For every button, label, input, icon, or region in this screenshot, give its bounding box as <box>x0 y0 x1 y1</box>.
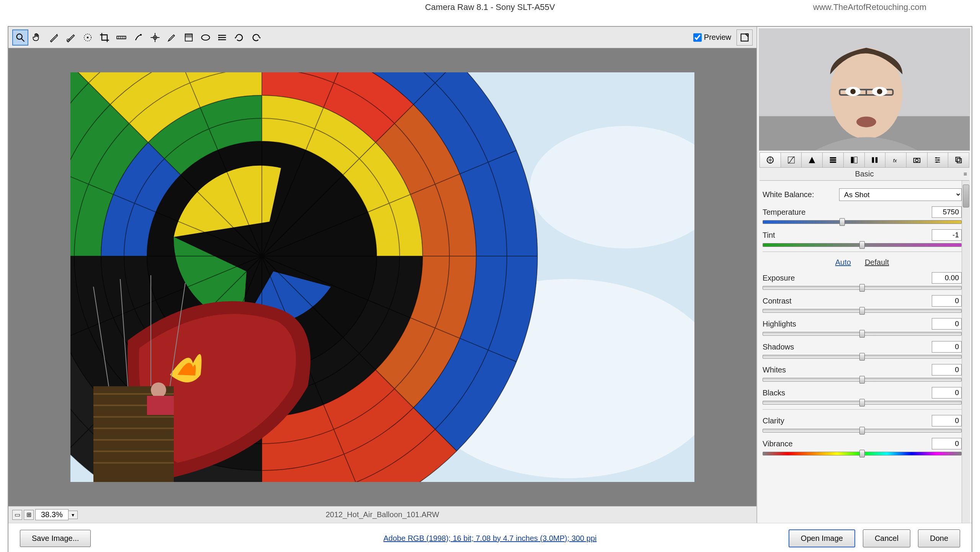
tab-lens-corrections-icon[interactable] <box>865 153 886 167</box>
red-eye-tool-icon[interactable] <box>147 29 163 46</box>
highlights-label: Highlights <box>763 320 796 328</box>
open-image-button[interactable]: Open Image <box>789 529 855 547</box>
contrast-label: Contrast <box>763 297 792 305</box>
save-image-button[interactable]: Save Image... <box>20 530 91 547</box>
workflow-options-link[interactable]: Adobe RGB (1998); 16 bit; 7.08 by 4.7 in… <box>384 534 597 543</box>
vibrance-slider[interactable]: Vibrance <box>763 438 962 456</box>
tab-tone-curve-icon[interactable] <box>781 153 802 167</box>
tint-slider[interactable]: Tint <box>763 229 962 247</box>
highlights-slider[interactable]: Highlights <box>763 318 962 336</box>
svg-point-23 <box>218 39 220 41</box>
svg-point-2 <box>57 34 57 34</box>
svg-rect-74 <box>830 159 836 161</box>
panel-menu-icon[interactable]: ≡ <box>964 171 967 178</box>
white-balance-tool-icon[interactable] <box>46 29 62 46</box>
panel-scrollbar[interactable] <box>962 181 970 523</box>
svg-line-1 <box>22 39 24 41</box>
crop-tool-icon[interactable] <box>96 29 113 46</box>
exposure-slider[interactable]: Exposure <box>763 272 962 290</box>
app-frame: Preview <box>8 26 972 552</box>
svg-point-55 <box>151 382 166 398</box>
shadows-input[interactable] <box>932 341 962 353</box>
preview-checkbox[interactable]: Preview <box>693 33 731 42</box>
spot-removal-tool-icon[interactable] <box>130 29 146 46</box>
fullscreen-toggle-icon[interactable] <box>737 29 753 46</box>
vibrance-label: Vibrance <box>763 439 793 448</box>
rotate-ccw-icon[interactable] <box>231 29 247 46</box>
svg-rect-78 <box>872 157 874 163</box>
svg-rect-90 <box>957 158 962 163</box>
contrast-slider[interactable]: Contrast <box>763 295 962 313</box>
zoom-dropdown-icon[interactable]: ▾ <box>69 511 78 519</box>
panel-title: Basic <box>855 170 874 178</box>
whites-label: Whites <box>763 366 786 374</box>
whites-input[interactable] <box>932 364 962 376</box>
auto-link[interactable]: Auto <box>835 258 851 267</box>
image-preview-area[interactable] <box>8 48 756 506</box>
adjustment-brush-tool-icon[interactable] <box>164 29 180 46</box>
shadows-label: Shadows <box>763 343 794 351</box>
white-balance-select[interactable]: As Shot <box>839 188 962 201</box>
shadows-slider[interactable]: Shadows <box>763 341 962 359</box>
exposure-input[interactable] <box>932 272 962 284</box>
targeted-adjustment-tool-icon[interactable] <box>80 29 96 46</box>
zoom-tool-icon[interactable] <box>12 29 28 46</box>
graduated-filter-tool-icon[interactable] <box>181 29 197 46</box>
tint-input[interactable] <box>932 229 962 241</box>
svg-rect-79 <box>875 157 878 163</box>
zoom-out-button[interactable]: ▭ <box>12 510 22 520</box>
tab-effects-icon[interactable]: fx <box>885 153 906 167</box>
svg-point-5 <box>87 36 89 38</box>
temperature-slider[interactable]: Temperature <box>763 206 962 224</box>
tab-presets-icon[interactable] <box>928 153 949 167</box>
done-button[interactable]: Done <box>918 529 960 547</box>
temperature-input[interactable] <box>932 206 962 218</box>
zoom-in-button[interactable]: ⊞ <box>24 510 34 520</box>
vibrance-input[interactable] <box>932 438 962 449</box>
blacks-slider[interactable]: Blacks <box>763 387 962 405</box>
blacks-input[interactable] <box>932 387 962 398</box>
hand-tool-icon[interactable] <box>29 29 45 46</box>
clarity-input[interactable] <box>932 415 962 426</box>
tab-split-toning-icon[interactable] <box>844 153 865 167</box>
svg-rect-16 <box>185 34 193 37</box>
radial-filter-tool-icon[interactable] <box>198 29 214 46</box>
rotate-cw-icon[interactable] <box>248 29 264 46</box>
exposure-label: Exposure <box>763 274 795 283</box>
svg-text:fx: fx <box>893 158 897 163</box>
zoom-level-value: 38.3% <box>35 509 69 520</box>
tab-camera-calibration-icon[interactable] <box>906 153 928 167</box>
svg-rect-77 <box>854 157 857 163</box>
clarity-slider[interactable]: Clarity <box>763 415 962 433</box>
color-sampler-tool-icon[interactable] <box>63 29 79 46</box>
image-canvas <box>70 72 694 482</box>
svg-rect-89 <box>956 157 960 162</box>
svg-rect-56 <box>147 396 174 415</box>
temperature-label: Temperature <box>763 208 805 217</box>
default-link[interactable]: Default <box>865 258 889 267</box>
cancel-button[interactable]: Cancel <box>863 529 910 547</box>
panel-header: Basic ≡ <box>760 168 969 181</box>
svg-point-69 <box>877 89 882 94</box>
tab-detail-icon[interactable] <box>802 153 823 167</box>
bottom-bar: Save Image... Adobe RGB (1998); 16 bit; … <box>8 523 972 552</box>
panel-tabs: fx <box>760 152 969 168</box>
tab-hsl-icon[interactable] <box>823 153 844 167</box>
preview-checkbox-input[interactable] <box>693 33 702 42</box>
highlights-input[interactable] <box>932 318 962 330</box>
toolbar: Preview <box>8 27 756 48</box>
zoom-bar: ▭ ⊞ 38.3% ▾ 2012_Hot_Air_Balloon_101.ARW <box>8 506 756 523</box>
svg-point-88 <box>936 162 938 163</box>
svg-point-67 <box>850 89 856 94</box>
svg-rect-73 <box>830 157 836 159</box>
contrast-input[interactable] <box>932 295 962 307</box>
tab-basic-icon[interactable] <box>760 153 781 167</box>
preferences-tool-icon[interactable] <box>214 29 230 46</box>
blacks-label: Blacks <box>763 389 785 397</box>
svg-point-82 <box>915 159 918 162</box>
straighten-tool-icon[interactable] <box>113 29 129 46</box>
whites-slider[interactable]: Whites <box>763 364 962 382</box>
clarity-label: Clarity <box>763 416 784 425</box>
preview-label: Preview <box>704 33 731 42</box>
tab-snapshots-icon[interactable] <box>948 153 969 167</box>
